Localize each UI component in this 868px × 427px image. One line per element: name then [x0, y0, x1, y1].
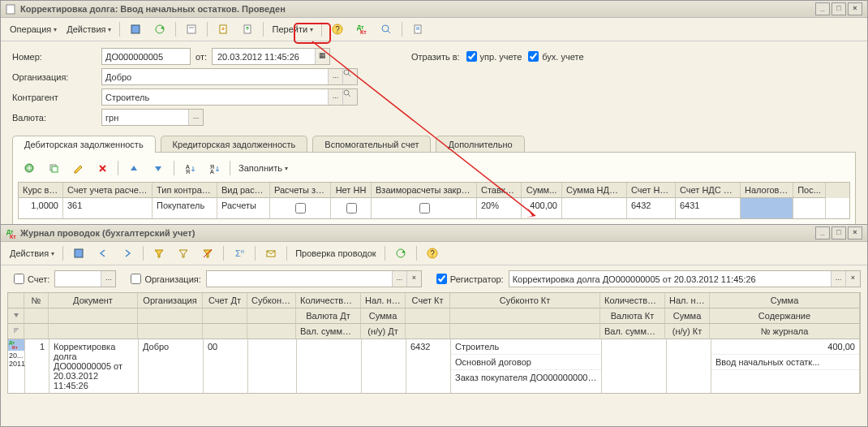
col-pos[interactable]: Пос... — [793, 183, 826, 198]
date-input[interactable]: 20.03.2012 11:45:26▦ — [212, 48, 330, 65]
actions-menu[interactable]: Действия — [62, 20, 115, 38]
jcol-doc[interactable]: Документ — [49, 293, 138, 308]
jcol-dt[interactable]: Счет Дт — [203, 293, 247, 308]
number-input[interactable]: ДО000000005 — [101, 48, 191, 65]
cell-vid[interactable]: Расчеты — [217, 198, 270, 218]
org-filter-chk[interactable]: Организация: — [131, 274, 200, 284]
tab-credit[interactable]: Кредиторская задолженность — [161, 136, 308, 153]
jcol-nalkt[interactable]: Нал. на... — [665, 293, 710, 308]
save-icon[interactable] — [124, 20, 147, 38]
j-help-icon[interactable]: ? — [421, 244, 444, 262]
jcol-subkt[interactable]: Субконто Кт — [450, 293, 600, 308]
post-icon[interactable] — [212, 20, 234, 38]
cell-vzaim[interactable] — [372, 198, 477, 218]
col-schetnd[interactable]: Счет НД... — [627, 183, 676, 198]
col-schetndkr[interactable]: Счет НДС кр... — [676, 183, 741, 198]
cell-schetnd[interactable]: 6432 — [627, 198, 676, 218]
cell-schetndkr[interactable]: 6431 — [676, 198, 741, 218]
jrow-nalkt[interactable] — [667, 339, 711, 393]
jrow-qtykt[interactable] — [602, 339, 667, 393]
col-rasch[interactable]: Расчеты за... — [270, 183, 331, 198]
jcol-n[interactable]: № — [24, 293, 49, 308]
search-icon[interactable] — [375, 20, 397, 38]
jrow-kt[interactable]: 6432 — [406, 339, 451, 393]
jrow-naldt[interactable] — [362, 339, 406, 393]
reg-filter-chk[interactable]: Регистратор: — [436, 274, 504, 284]
ctr-open-icon[interactable] — [342, 89, 357, 105]
jrow-n[interactable]: 1 — [25, 339, 49, 393]
cell-tip[interactable]: Покупатель — [153, 198, 217, 218]
sort-asc-icon[interactable]: AЯ — [178, 159, 201, 177]
cur-input[interactable]: грн... — [101, 109, 204, 126]
actions2-menu[interactable]: Действия — [6, 244, 58, 262]
find-icon[interactable] — [180, 20, 203, 38]
jcol-sum[interactable]: Сумма — [710, 293, 860, 308]
sort-desc-icon[interactable]: ЯA — [203, 159, 226, 177]
cell-summa[interactable]: 400,00 — [522, 198, 562, 218]
col-kurs[interactable]: Курс вз... — [19, 183, 63, 198]
jrow-org[interactable]: Добро — [139, 339, 204, 393]
journal-row[interactable]: ДтКт 20...2011 1 Корректировка долга ДО0… — [8, 339, 860, 393]
col-tip[interactable]: Тип контраге... — [153, 183, 217, 198]
ctr-select-icon[interactable]: ... — [328, 89, 342, 105]
tab-extra[interactable]: Дополнительно — [436, 136, 524, 153]
add-row-icon[interactable] — [18, 159, 41, 177]
jcol-kt[interactable]: Счет Кт — [406, 293, 450, 308]
schet-filter-chk[interactable]: Счет: — [14, 274, 49, 284]
report-icon[interactable] — [406, 20, 429, 38]
jrow-sum[interactable]: 400,00 Ввод начальных остатк... — [711, 339, 860, 393]
ctr-input[interactable]: Строитель... — [101, 88, 358, 106]
j-icon1[interactable] — [67, 244, 90, 262]
tab-debit[interactable]: Дебиторская задолженность — [12, 136, 156, 153]
cur-select-icon[interactable]: ... — [188, 110, 203, 125]
calendar-icon[interactable]: ▦ — [315, 49, 329, 64]
jcol-org[interactable]: Организация — [138, 293, 203, 308]
cell-nalog[interactable] — [741, 198, 793, 218]
tab-aux[interactable]: Вспомогательный счет — [312, 136, 431, 153]
cell-rasch[interactable] — [270, 198, 331, 218]
org-select-icon[interactable]: ... — [328, 69, 342, 84]
cell-pos[interactable] — [793, 198, 826, 218]
jrow-doc[interactable]: Корректировка долга ДО000000005 от 20.03… — [49, 339, 139, 393]
org-filter-input[interactable]: ...× — [206, 270, 422, 287]
minimize-button[interactable]: _ — [815, 2, 830, 15]
cell-summands[interactable] — [562, 198, 627, 218]
close2-button[interactable]: × — [848, 226, 862, 239]
j-filter2-icon[interactable] — [172, 244, 195, 262]
jrow-qtydt[interactable] — [297, 339, 362, 393]
jcol-subdt[interactable]: Субконт... — [247, 293, 296, 308]
org-input[interactable]: Добро... — [101, 68, 358, 85]
j-filter-icon[interactable] — [148, 244, 170, 262]
buh-checkbox[interactable]: бух. учете — [528, 51, 583, 62]
col-summands[interactable]: Сумма НДС (... — [562, 183, 627, 198]
reg-filter-input[interactable]: Корректировка долга ДО000000005 от 20.03… — [509, 270, 861, 287]
jrow-subkt[interactable]: Строитель Основной договор Заказ покупат… — [451, 339, 602, 393]
delete-row-icon[interactable] — [91, 159, 114, 177]
col-summa[interactable]: Сумм... — [522, 183, 562, 198]
col-vzaim[interactable]: Взаиморасчеты закрыты — [372, 183, 477, 198]
col-netnn[interactable]: Нет НН — [331, 183, 372, 198]
cell-schet[interactable]: 361 — [63, 198, 153, 218]
cell-stavka[interactable]: 20% — [477, 198, 522, 218]
jcol-naldt[interactable]: Нал. на... — [361, 293, 406, 308]
jcol-qtykt[interactable]: Количество ... — [600, 293, 665, 308]
unpost-icon[interactable] — [236, 20, 259, 38]
jcol-qtydt[interactable]: Количество ... — [296, 293, 361, 308]
move-down-icon[interactable] — [147, 159, 170, 177]
goto-menu[interactable]: Перейти — [268, 20, 317, 38]
help-icon[interactable]: ? — [326, 20, 349, 38]
refresh-icon[interactable] — [148, 20, 171, 38]
operation-menu[interactable]: Операция — [6, 20, 61, 38]
upr-checkbox[interactable]: упр. учете — [466, 51, 522, 62]
move-up-icon[interactable] — [122, 159, 145, 177]
j-nav-left-icon[interactable] — [92, 244, 114, 262]
cell-kurs[interactable]: 1,0000 — [19, 198, 63, 218]
j-mail-icon[interactable] — [260, 244, 282, 262]
org-open-icon[interactable] — [342, 69, 357, 84]
j-nav-right-icon[interactable] — [116, 244, 139, 262]
j-sum-icon[interactable]: Σн — [228, 244, 251, 262]
col-vid[interactable]: Вид расч... — [217, 183, 270, 198]
col-nalog[interactable]: Налогово... — [741, 183, 793, 198]
close-button[interactable]: × — [848, 2, 862, 15]
dtkt-icon[interactable]: ДтКт — [350, 20, 373, 38]
